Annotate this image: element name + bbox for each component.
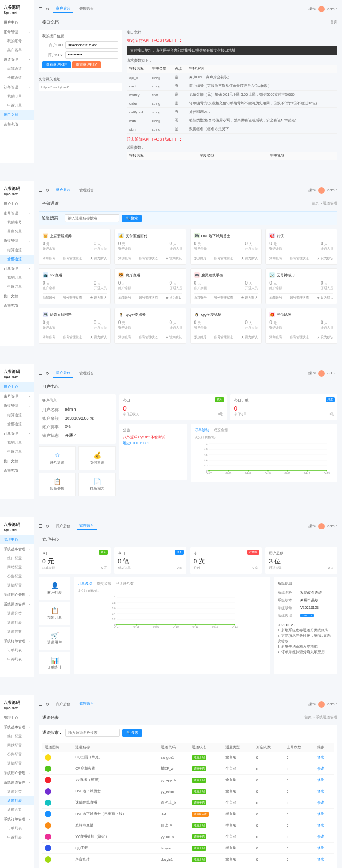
menu-sys-basic[interactable]: 系统基本管理 <box>0 723 34 732</box>
menu-toggle-icon[interactable]: ☰ <box>39 7 42 11</box>
card-action[interactable]: 添加账号 <box>194 296 207 300</box>
search-input[interactable] <box>65 729 120 737</box>
menu-order[interactable]: 订单管理 <box>0 264 34 273</box>
menu-recharge[interactable]: 余额充值 <box>0 120 34 129</box>
menu-my-orders[interactable]: 我的订单 <box>0 438 34 447</box>
card-action[interactable]: ★ 设为默认 <box>241 335 258 339</box>
refresh-icon[interactable]: ⟳ <box>46 371 49 376</box>
vnav-item[interactable]: 📋加盟订单 <box>39 602 70 625</box>
card-action[interactable]: 添加账号 <box>269 335 282 339</box>
refresh-icon[interactable]: ⟳ <box>46 524 49 529</box>
search-input[interactable] <box>65 214 119 222</box>
card-action[interactable]: 添加账号 <box>269 296 282 300</box>
menu-account[interactable]: 账号管理 <box>0 392 34 401</box>
card-action[interactable]: 添加账号 <box>118 335 131 339</box>
edit-link[interactable]: 修改 <box>317 812 324 816</box>
username[interactable]: admin <box>327 7 337 11</box>
card-action[interactable]: 账号管理状态 <box>214 296 233 300</box>
menu-my-orders[interactable]: 我的订单 <box>0 273 34 282</box>
menu-all-channel[interactable]: 全部通道 <box>0 73 34 82</box>
avatar[interactable] <box>318 523 325 529</box>
tab-merchant[interactable]: 商户后台 <box>53 5 73 13</box>
card-action[interactable]: 添加账号 <box>43 296 55 300</box>
menu-my-account[interactable]: 我的账号 <box>0 37 34 46</box>
card-action[interactable]: 添加账号 <box>43 335 55 339</box>
card-action[interactable]: 账号管理状态 <box>63 296 82 300</box>
edit-link[interactable]: 修改 <box>317 778 324 782</box>
menu-channel[interactable]: 通道管理 <box>0 236 34 246</box>
username[interactable]: admin <box>327 371 337 375</box>
tab-admin[interactable]: 管理后台 <box>77 369 97 377</box>
avatar[interactable] <box>318 370 325 377</box>
card-action[interactable]: 账号管理状态 <box>290 256 309 261</box>
card-action[interactable]: ★ 设为默认 <box>166 256 182 261</box>
tab-merchant[interactable]: 商户后台 <box>53 700 73 708</box>
menu-site-config[interactable]: 网站配置 <box>0 741 34 750</box>
menu-sys-channel[interactable]: 系统通道管理 <box>0 600 34 609</box>
card-action[interactable]: 账号管理状态 <box>290 335 309 339</box>
chart-tab-amount[interactable]: 成交金额 <box>97 581 111 586</box>
menu-channel[interactable]: 通道管理 <box>0 55 34 64</box>
menu-order-list[interactable]: 订单列表 <box>0 646 34 655</box>
username[interactable]: admin <box>327 188 337 192</box>
search-button[interactable]: 🔍 搜索 <box>122 215 142 222</box>
card-action[interactable]: ★ 设为默认 <box>241 256 258 261</box>
chart-tab-orders[interactable]: 订单波动 <box>78 581 92 586</box>
menu-admin-center[interactable]: 管理中心 <box>0 713 34 723</box>
tab-admin[interactable]: 管理后台 <box>77 522 97 530</box>
menu-complaint-orders[interactable]: 申诉订单 <box>0 447 34 456</box>
vnav-item[interactable]: 📊订单统计 <box>39 652 70 674</box>
actions-label[interactable]: 操作 <box>308 371 316 376</box>
card-action[interactable]: 添加账号 <box>118 296 131 300</box>
uid-input[interactable] <box>65 41 118 49</box>
username[interactable]: admin <box>327 702 337 706</box>
menu-notify-config[interactable]: 通知配置 <box>0 759 34 768</box>
menu-my-orders[interactable]: 我的订单 <box>0 92 34 101</box>
tab-admin[interactable]: 管理后台 <box>77 700 97 708</box>
actions-label[interactable]: 操作 <box>308 6 316 11</box>
chart-tab-orders[interactable]: 订单波动 <box>195 427 209 432</box>
menu-user-center[interactable]: 用户中心 <box>0 18 34 27</box>
menu-complaint-orders[interactable]: 申诉订单 <box>0 282 34 291</box>
menu-channel-plan[interactable]: 通道方案 <box>0 627 34 636</box>
tab-admin[interactable]: 管理后台 <box>77 5 97 13</box>
card-action[interactable]: 账号管理状态 <box>63 335 82 339</box>
actions-label[interactable]: 操作 <box>308 524 316 529</box>
menu-order[interactable]: 订单管理 <box>0 429 34 438</box>
card-action[interactable]: 添加账号 <box>269 256 282 261</box>
menu-order[interactable]: 订单管理 <box>0 82 34 92</box>
chart-tab-amount[interactable]: 成交金额 <box>214 427 228 432</box>
reset-key-button[interactable]: 重置商户KEY <box>72 61 101 68</box>
card-action[interactable]: ★ 设为默认 <box>90 296 107 300</box>
menu-account[interactable]: 账号管理 <box>0 209 34 218</box>
quick-action[interactable]: 📋账号管理 <box>39 473 76 496</box>
card-action[interactable]: 账号管理状态 <box>139 296 158 300</box>
vnav-item[interactable]: 👤商户列表 <box>39 577 70 600</box>
tab-merchant[interactable]: 商户后台 <box>53 186 73 194</box>
key-input[interactable] <box>65 51 118 59</box>
card-action[interactable]: 账号管理状态 <box>214 256 233 261</box>
actions-label[interactable]: 操作 <box>308 702 316 707</box>
card-action[interactable]: 账号管理状态 <box>290 296 309 300</box>
menu-sys-user[interactable]: 系统用户管理 <box>0 768 34 778</box>
card-action[interactable]: 账号管理状态 <box>139 335 158 339</box>
menu-blacklist[interactable]: 黑白名单 <box>0 46 34 55</box>
menu-my-account[interactable]: 我的账号 <box>0 218 34 227</box>
menu-channel-list[interactable]: 通道列表 <box>0 618 34 627</box>
show-key-button[interactable]: 查看商户KEY <box>42 61 71 68</box>
menu-toggle-icon[interactable]: ☰ <box>39 188 42 193</box>
menu-settle-channel[interactable]: 结算通道 <box>0 246 34 255</box>
menu-api-doc[interactable]: 接口文档 <box>0 110 34 120</box>
menu-recharge[interactable]: 余额充值 <box>0 466 34 475</box>
refresh-icon[interactable]: ⟳ <box>46 188 49 193</box>
menu-channel-cat[interactable]: 通道分类 <box>0 609 34 618</box>
menu-api-doc[interactable]: 接口文档 <box>0 291 34 301</box>
menu-complaint-orders[interactable]: 申诉订单 <box>0 101 34 110</box>
edit-link[interactable]: 修改 <box>317 823 324 827</box>
menu-announce-config[interactable]: 公告配置 <box>0 750 34 759</box>
menu-announce-config[interactable]: 公告配置 <box>0 572 34 581</box>
menu-channel-list[interactable]: 通道列表 <box>0 796 34 805</box>
quick-action[interactable]: ☆账号通道 <box>39 446 76 470</box>
menu-order-list[interactable]: 订单列表 <box>0 824 34 833</box>
menu-admin-center[interactable]: 管理中心 <box>0 535 34 544</box>
